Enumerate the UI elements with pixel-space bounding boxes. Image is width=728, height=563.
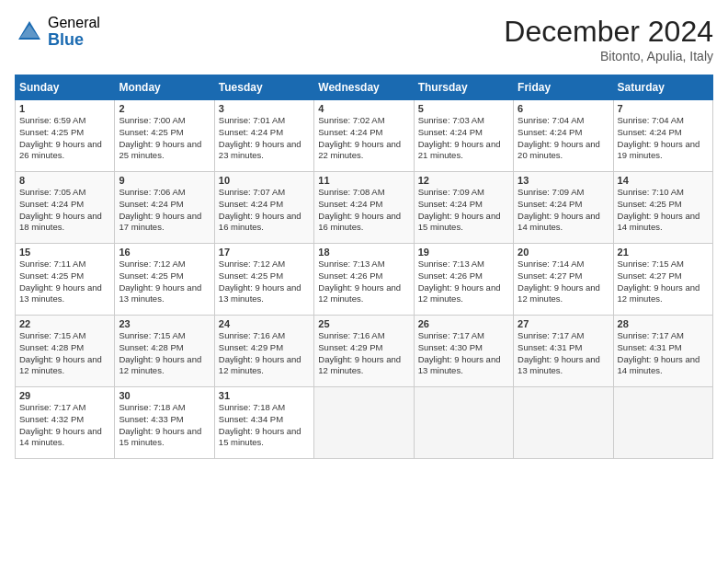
col-monday: Monday [115, 75, 214, 100]
calendar-cell: 14Sunrise: 7:10 AMSunset: 4:25 PMDayligh… [613, 172, 712, 244]
calendar-cell: 7Sunrise: 7:04 AMSunset: 4:24 PMDaylight… [613, 100, 712, 172]
cell-info: Sunrise: 7:15 AMSunset: 4:27 PMDaylight:… [618, 259, 700, 304]
calendar-cell: 30Sunrise: 7:18 AMSunset: 4:33 PMDayligh… [115, 387, 214, 459]
calendar-cell: 6Sunrise: 7:04 AMSunset: 4:24 PMDaylight… [514, 100, 613, 172]
title-block: December 2024 Bitonto, Apulia, Italy [504, 15, 713, 63]
cell-info: Sunrise: 7:13 AMSunset: 4:26 PMDaylight:… [418, 259, 501, 304]
cell-info: Sunrise: 7:18 AMSunset: 4:33 PMDaylight:… [119, 402, 201, 447]
calendar-cell [613, 387, 712, 459]
cell-info: Sunrise: 7:17 AMSunset: 4:31 PMDaylight:… [518, 330, 600, 375]
calendar-cell: 29Sunrise: 7:17 AMSunset: 4:32 PMDayligh… [16, 387, 115, 459]
day-number: 26 [418, 318, 509, 329]
cell-info: Sunrise: 7:14 AMSunset: 4:27 PMDaylight:… [518, 259, 600, 304]
cell-info: Sunrise: 7:15 AMSunset: 4:28 PMDaylight:… [119, 330, 201, 375]
cell-info: Sunrise: 7:06 AMSunset: 4:24 PMDaylight:… [119, 187, 201, 232]
calendar-cell: 27Sunrise: 7:17 AMSunset: 4:31 PMDayligh… [514, 316, 613, 387]
day-number: 21 [618, 247, 709, 258]
cell-info: Sunrise: 7:17 AMSunset: 4:32 PMDaylight:… [19, 402, 102, 447]
day-number: 22 [19, 318, 110, 329]
calendar-cell: 31Sunrise: 7:18 AMSunset: 4:34 PMDayligh… [214, 387, 313, 459]
calendar-cell: 16Sunrise: 7:12 AMSunset: 4:25 PMDayligh… [115, 244, 214, 316]
calendar-week-row: 22Sunrise: 7:15 AMSunset: 4:28 PMDayligh… [16, 316, 713, 387]
calendar-cell: 10Sunrise: 7:07 AMSunset: 4:24 PMDayligh… [214, 172, 313, 244]
calendar-cell: 26Sunrise: 7:17 AMSunset: 4:30 PMDayligh… [414, 316, 513, 387]
cell-info: Sunrise: 7:13 AMSunset: 4:26 PMDaylight:… [318, 259, 401, 304]
location: Bitonto, Apulia, Italy [504, 49, 713, 63]
day-number: 15 [19, 247, 110, 258]
day-number: 19 [418, 247, 509, 258]
day-number: 3 [219, 103, 310, 114]
day-number: 27 [518, 318, 609, 329]
calendar-body: 1Sunrise: 6:59 AMSunset: 4:25 PMDaylight… [16, 100, 713, 459]
cell-info: Sunrise: 7:01 AMSunset: 4:24 PMDaylight:… [219, 115, 301, 160]
calendar-cell: 25Sunrise: 7:16 AMSunset: 4:29 PMDayligh… [314, 316, 414, 387]
calendar-cell: 9Sunrise: 7:06 AMSunset: 4:24 PMDaylight… [115, 172, 214, 244]
calendar-cell: 23Sunrise: 7:15 AMSunset: 4:28 PMDayligh… [115, 316, 214, 387]
logo-text: General Blue [48, 15, 100, 49]
col-thursday: Thursday [414, 75, 513, 100]
cell-info: Sunrise: 7:16 AMSunset: 4:29 PMDaylight:… [219, 330, 301, 375]
calendar-cell: 20Sunrise: 7:14 AMSunset: 4:27 PMDayligh… [514, 244, 613, 316]
month-title: December 2024 [504, 15, 713, 49]
calendar-cell [314, 387, 414, 459]
logo-icon [15, 17, 44, 47]
cell-info: Sunrise: 7:15 AMSunset: 4:28 PMDaylight:… [19, 330, 102, 375]
day-number: 9 [119, 175, 210, 186]
calendar-table: Sunday Monday Tuesday Wednesday Thursday… [15, 75, 713, 459]
calendar-cell: 19Sunrise: 7:13 AMSunset: 4:26 PMDayligh… [414, 244, 513, 316]
day-number: 23 [119, 318, 210, 329]
calendar-week-row: 29Sunrise: 7:17 AMSunset: 4:32 PMDayligh… [16, 387, 713, 459]
cell-info: Sunrise: 7:05 AMSunset: 4:24 PMDaylight:… [19, 187, 102, 232]
day-number: 28 [618, 318, 709, 329]
calendar-cell [514, 387, 613, 459]
logo: General Blue [15, 15, 100, 49]
day-number: 14 [618, 175, 709, 186]
calendar-cell: 2Sunrise: 7:00 AMSunset: 4:25 PMDaylight… [115, 100, 214, 172]
calendar-cell: 3Sunrise: 7:01 AMSunset: 4:24 PMDaylight… [214, 100, 313, 172]
cell-info: Sunrise: 7:09 AMSunset: 4:24 PMDaylight:… [518, 187, 600, 232]
calendar-cell: 13Sunrise: 7:09 AMSunset: 4:24 PMDayligh… [514, 172, 613, 244]
logo-general: General [48, 15, 100, 31]
cell-info: Sunrise: 7:18 AMSunset: 4:34 PMDaylight:… [219, 402, 301, 447]
calendar-cell: 8Sunrise: 7:05 AMSunset: 4:24 PMDaylight… [16, 172, 115, 244]
cell-info: Sunrise: 7:07 AMSunset: 4:24 PMDaylight:… [219, 187, 301, 232]
cell-info: Sunrise: 7:04 AMSunset: 4:24 PMDaylight:… [518, 115, 600, 160]
calendar-cell: 12Sunrise: 7:09 AMSunset: 4:24 PMDayligh… [414, 172, 513, 244]
cell-info: Sunrise: 7:12 AMSunset: 4:25 PMDaylight:… [219, 259, 301, 304]
day-number: 1 [19, 103, 110, 114]
day-number: 8 [19, 175, 110, 186]
calendar-cell: 28Sunrise: 7:17 AMSunset: 4:31 PMDayligh… [613, 316, 712, 387]
cell-info: Sunrise: 7:03 AMSunset: 4:24 PMDaylight:… [418, 115, 501, 160]
header-row: Sunday Monday Tuesday Wednesday Thursday… [16, 75, 713, 100]
day-number: 5 [418, 103, 509, 114]
svg-marker-1 [20, 25, 39, 38]
calendar-cell: 5Sunrise: 7:03 AMSunset: 4:24 PMDaylight… [414, 100, 513, 172]
calendar-cell: 17Sunrise: 7:12 AMSunset: 4:25 PMDayligh… [214, 244, 313, 316]
day-number: 25 [318, 318, 409, 329]
calendar-cell: 1Sunrise: 6:59 AMSunset: 4:25 PMDaylight… [16, 100, 115, 172]
logo-blue: Blue [48, 31, 100, 50]
calendar-week-row: 15Sunrise: 7:11 AMSunset: 4:25 PMDayligh… [16, 244, 713, 316]
day-number: 18 [318, 247, 409, 258]
calendar-cell: 18Sunrise: 7:13 AMSunset: 4:26 PMDayligh… [314, 244, 414, 316]
day-number: 13 [518, 175, 609, 186]
day-number: 20 [518, 247, 609, 258]
day-number: 10 [219, 175, 310, 186]
cell-info: Sunrise: 7:02 AMSunset: 4:24 PMDaylight:… [318, 115, 401, 160]
col-friday: Friday [514, 75, 613, 100]
day-number: 29 [19, 390, 110, 401]
col-wednesday: Wednesday [314, 75, 414, 100]
cell-info: Sunrise: 7:08 AMSunset: 4:24 PMDaylight:… [318, 187, 401, 232]
day-number: 2 [119, 103, 210, 114]
day-number: 11 [318, 175, 409, 186]
day-number: 6 [518, 103, 609, 114]
calendar-cell: 24Sunrise: 7:16 AMSunset: 4:29 PMDayligh… [214, 316, 313, 387]
cell-info: Sunrise: 7:17 AMSunset: 4:30 PMDaylight:… [418, 330, 501, 375]
cell-info: Sunrise: 7:17 AMSunset: 4:31 PMDaylight:… [618, 330, 700, 375]
calendar-cell: 15Sunrise: 7:11 AMSunset: 4:25 PMDayligh… [16, 244, 115, 316]
page-header: General Blue December 2024 Bitonto, Apul… [15, 15, 713, 63]
col-tuesday: Tuesday [214, 75, 313, 100]
calendar-cell: 22Sunrise: 7:15 AMSunset: 4:28 PMDayligh… [16, 316, 115, 387]
day-number: 31 [219, 390, 310, 401]
day-number: 16 [119, 247, 210, 258]
